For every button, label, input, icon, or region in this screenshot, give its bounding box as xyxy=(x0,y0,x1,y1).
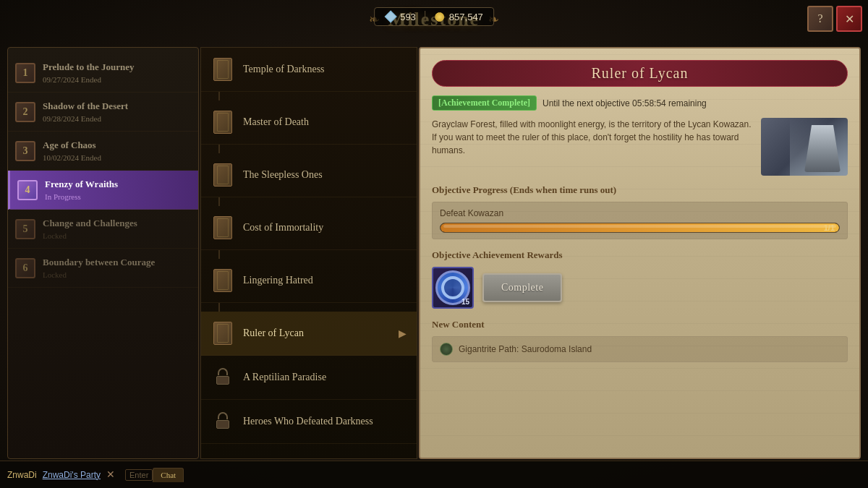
milestone-name: Change and Challenges xyxy=(43,218,191,230)
player-name: ZnwaDi xyxy=(7,470,37,480)
milestone-info: Frenzy of Wraiths In Progress xyxy=(45,179,191,201)
achievement-timer: Until the next objective 05:58:54 remain… xyxy=(542,98,707,108)
top-right-buttons: ? ✕ xyxy=(807,6,862,32)
detail-title: Ruler of Lycan xyxy=(592,65,689,81)
progress-track: 1/1 xyxy=(440,223,840,233)
book-icon-container xyxy=(211,109,234,135)
objective-item-4[interactable]: Lingering Hatred xyxy=(201,259,417,303)
milestone-item-3[interactable]: 3 Age of Chaos 10/02/2024 Ended xyxy=(8,132,198,171)
milestone-info: Age of Chaos 10/02/2024 Ended xyxy=(43,140,191,162)
book-icon xyxy=(213,58,232,81)
book-icon xyxy=(213,111,232,134)
objective-item-7[interactable]: Heroes Who Defeated Darkness xyxy=(201,400,417,444)
main-container: 1 Prelude to the Journey 09/27/2024 Ende… xyxy=(7,47,861,459)
coin-currency: 857,547 xyxy=(434,11,483,22)
rewards-section-title: Objective Achievement Rewards xyxy=(432,249,848,261)
book-icon xyxy=(213,269,232,292)
milestone-info: Change and Challenges Locked xyxy=(43,218,191,240)
milestone-info: Boundary between Courage Locked xyxy=(43,257,191,279)
progress-fill xyxy=(441,223,839,232)
objective-name: Ruler of Lycan xyxy=(243,328,304,339)
book-icon xyxy=(213,322,232,345)
new-content-title: New Content xyxy=(432,319,848,330)
coin-icon xyxy=(434,11,446,22)
bottom-bar: ZnwaDi ZnwaDi's Party ✕ Enter Chat xyxy=(0,461,868,488)
milestone-number: 2 xyxy=(15,102,35,122)
milestone-number: 5 xyxy=(15,219,35,239)
milestone-status: 09/27/2024 Ended xyxy=(43,75,191,84)
detail-desc-area: Grayclaw Forest, filled with moonlight e… xyxy=(432,118,848,176)
milestone-item-4[interactable]: 4 Frenzy of Wraiths In Progress xyxy=(8,171,198,210)
new-content-label: Gigantrite Path: Saurodoma Island xyxy=(459,344,592,354)
obj-connector xyxy=(218,92,220,100)
objective-name: Temple of Darkness xyxy=(243,64,325,75)
milestone-number: 4 xyxy=(17,180,38,200)
book-icon-container xyxy=(211,267,234,294)
progress-box: Defeat Kowazan 1/1 xyxy=(432,202,848,239)
diamond-value: 593 xyxy=(400,12,416,22)
enter-label: Enter xyxy=(125,469,153,481)
objective-item-0[interactable]: Temple of Darkness xyxy=(201,48,417,92)
objective-name: Lingering Hatred xyxy=(243,275,313,286)
milestone-number: 1 xyxy=(15,63,35,83)
objectives-panel: Temple of Darkness Master of Death The S… xyxy=(200,47,417,459)
obj-connector xyxy=(218,197,220,206)
milestone-item-5[interactable]: 5 Change and Challenges Locked xyxy=(8,210,198,249)
objective-item-2[interactable]: The Sleepless Ones xyxy=(201,153,417,197)
milestone-name: Age of Chaos xyxy=(43,140,191,152)
objective-arrow: ▶ xyxy=(399,328,407,340)
lock-icon-container xyxy=(211,364,234,390)
milestone-info: Prelude to the Journey 09/27/2024 Ended xyxy=(43,61,191,84)
objective-item-3[interactable]: Cost of Immortality xyxy=(201,206,417,250)
achievement-status: [Achievement Complete] Until the next ob… xyxy=(432,95,848,111)
book-icon xyxy=(213,216,232,239)
book-icon-container xyxy=(211,56,234,82)
milestone-status: Locked xyxy=(43,231,191,240)
achievement-badge: [Achievement Complete] xyxy=(432,95,537,111)
help-button[interactable]: ? xyxy=(807,6,833,32)
milestone-item-2[interactable]: 2 Shadow of the Desert 09/28/2024 Ended xyxy=(8,93,198,132)
objective-name: Cost of Immortality xyxy=(243,222,323,234)
detail-description: Grayclaw Forest, filled with moonlight e… xyxy=(432,118,754,176)
new-content-box: Gigantrite Path: Saurodoma Island xyxy=(432,336,848,362)
milestone-name: Frenzy of Wraiths xyxy=(45,179,191,191)
currency-divider xyxy=(425,11,425,22)
rewards-area: 15 Complete xyxy=(432,267,848,309)
detail-title-bar: Ruler of Lycan xyxy=(432,60,848,87)
milestone-info: Shadow of the Desert 09/28/2024 Ended xyxy=(43,100,191,123)
milestone-item-1[interactable]: 1 Prelude to the Journey 09/27/2024 Ende… xyxy=(8,53,198,93)
progress-label: Defeat Kowazan xyxy=(440,208,840,218)
lock-icon xyxy=(215,368,231,387)
reward-count: 15 xyxy=(461,298,469,306)
reward-item: 15 xyxy=(432,267,474,309)
obj-connector xyxy=(218,250,220,259)
milestone-status: Locked xyxy=(43,270,191,279)
objective-name: Master of Death xyxy=(243,116,309,128)
milestone-status: 10/02/2024 Ended xyxy=(43,153,191,162)
new-content-item: Gigantrite Path: Saurodoma Island xyxy=(440,343,840,356)
milestone-number: 3 xyxy=(15,141,35,161)
milestone-number: 6 xyxy=(15,258,35,278)
obj-connector xyxy=(218,303,220,312)
book-icon-container xyxy=(211,215,234,241)
objective-item-5[interactable]: Ruler of Lycan ▶ xyxy=(201,312,417,356)
objective-name: The Sleepless Ones xyxy=(243,169,323,181)
milestone-name: Boundary between Courage xyxy=(43,257,191,269)
milestone-item-6[interactable]: 6 Boundary between Courage Locked xyxy=(8,249,198,288)
diamond-icon xyxy=(385,11,396,22)
objective-item-6[interactable]: A Reptilian Paradise xyxy=(201,356,417,400)
detail-image xyxy=(761,118,848,176)
coin-value: 857,547 xyxy=(449,12,483,22)
progress-section-title: Objective Progress (Ends when time runs … xyxy=(432,184,848,196)
party-link[interactable]: ZnwaDi's Party xyxy=(43,470,101,480)
lock-icon-container xyxy=(211,408,234,435)
objective-name: Heroes Who Defeated Darkness xyxy=(243,416,373,427)
milestone-status: 09/28/2024 Ended xyxy=(43,114,191,123)
close-tab-button[interactable]: ✕ xyxy=(106,468,115,481)
chat-tab[interactable]: Chat xyxy=(153,468,184,482)
close-window-button[interactable]: ✕ xyxy=(836,6,862,32)
currency-bar: 593 857,547 xyxy=(374,7,494,26)
milestone-name: Shadow of the Desert xyxy=(43,100,191,113)
complete-button[interactable]: Complete xyxy=(482,273,562,302)
objective-item-1[interactable]: Master of Death xyxy=(201,100,417,145)
